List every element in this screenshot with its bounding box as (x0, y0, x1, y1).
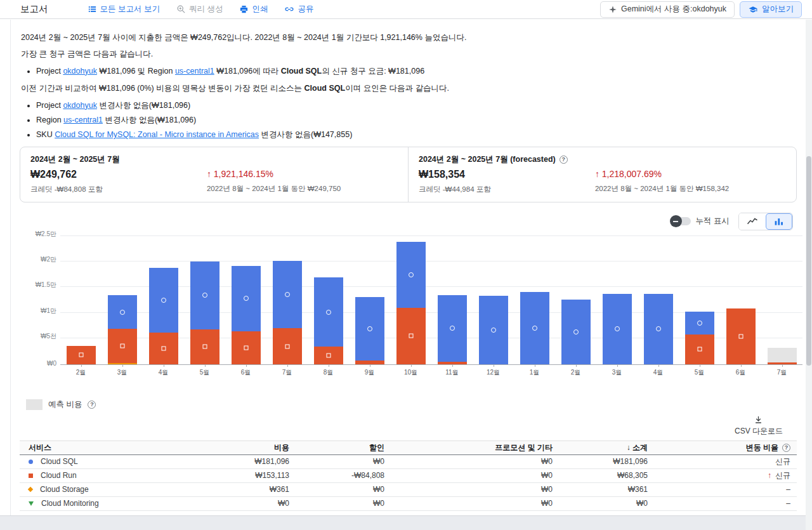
stacked-bar-10월[interactable] (396, 242, 426, 364)
circle-marker-icon (161, 298, 166, 303)
header-cost[interactable]: 비용 (188, 442, 289, 453)
stacked-bar-12월[interactable] (479, 296, 508, 364)
bar-segment-cloud-sql[interactable] (520, 292, 549, 364)
change-value: – (786, 485, 790, 494)
bar-segment-cloud-sql[interactable] (273, 261, 302, 328)
bar-segment-cloud-storage[interactable] (108, 363, 137, 364)
stacked-bar-7월[interactable] (273, 261, 302, 364)
bar-segment-cloud-sql[interactable] (685, 312, 714, 335)
stacked-bar-1월[interactable] (520, 292, 549, 364)
bar-segment-cloud-sql[interactable] (232, 266, 261, 331)
bar-segment-cloud-run[interactable] (314, 347, 343, 364)
vertical-scrollbar[interactable] (806, 20, 812, 530)
stacked-bar-3월[interactable] (603, 294, 632, 364)
generate-query-button: 쿼리 생성 (176, 4, 223, 15)
stacked-bar-5월[interactable] (190, 262, 219, 364)
header-change[interactable]: 변동 비율? (648, 442, 797, 453)
stacked-bar-5월[interactable] (685, 312, 714, 364)
bar-segment-예측-비용[interactable] (768, 348, 797, 362)
discount-cell: ₩0 (289, 457, 384, 466)
bar-segment-cloud-sql[interactable] (190, 262, 219, 329)
help-icon[interactable]: ? (560, 156, 568, 164)
stacked-bar-2월[interactable] (561, 300, 591, 364)
line-chart-button[interactable] (739, 213, 766, 230)
header-promo[interactable]: 프로모션 및 기타 (384, 442, 553, 453)
bar-segment-cloud-sql[interactable] (396, 242, 426, 307)
circle-marker-icon (409, 272, 414, 277)
bar-segment-cloud-run[interactable] (108, 329, 137, 363)
bar-segment-cloud-sql[interactable] (644, 294, 673, 364)
link-region-us-central1[interactable]: us-central1 (175, 67, 214, 76)
bar-segment-cloud-run[interactable] (149, 333, 178, 364)
x-axis-label: 3월 (612, 368, 622, 377)
print-button[interactable]: 인쇄 (239, 4, 268, 15)
summary-cards: 2024년 2월 ~ 2025년 7월 ₩249,762 크레딧 -₩84,80… (20, 147, 797, 202)
bar-segment-cloud-sql[interactable] (479, 296, 508, 364)
cost-cell: ₩181,096 (188, 457, 289, 466)
bar-segment-cloud-run[interactable] (726, 308, 756, 364)
stacked-bar-9월[interactable] (355, 297, 384, 364)
link-project-okdohyuk-2[interactable]: okdohyuk (63, 101, 97, 110)
share-button[interactable]: 공유 (284, 4, 313, 15)
bar-chart-button[interactable] (766, 213, 792, 230)
square-marker-icon (697, 347, 702, 352)
csv-download-button[interactable]: CSV 다운로드 (735, 415, 783, 437)
link-project-okdohyuk[interactable]: okdohyuk (63, 67, 97, 76)
stacked-bar-6월[interactable] (232, 266, 261, 364)
actual-amount: ₩249,762 (30, 169, 207, 180)
table-row-cloud-monitoring: Cloud Monitoring₩0₩0₩0₩0– (20, 497, 797, 511)
bar-segment-cloud-sql[interactable] (108, 295, 137, 329)
bar-segment-cloud-sql[interactable] (561, 300, 591, 364)
stacked-bar-8월[interactable] (314, 277, 343, 364)
bar-segment-cloud-sql[interactable] (314, 277, 343, 346)
link-region-us-central1-2[interactable]: us-central1 (63, 116, 103, 124)
bar-segment-cloud-run[interactable] (273, 328, 302, 364)
bar-segment-cloud-run[interactable] (232, 331, 261, 364)
stacked-display-toggle[interactable]: 누적 표시 (672, 216, 730, 227)
bar-segment-cloud-sql[interactable] (355, 297, 384, 360)
help-icon[interactable]: ? (782, 444, 790, 452)
stacked-bar-6월[interactable] (726, 308, 756, 364)
change-cell: 신규 (648, 456, 797, 467)
x-axis-label: 4월 (159, 368, 169, 377)
bar-segment-cloud-run[interactable] (355, 361, 384, 364)
toolbar: 보고서 모든 보고서 보기 쿼리 생성 인쇄 공유 Gemini에서 사용 중:… (0, 0, 812, 19)
help-icon[interactable]: ? (88, 401, 96, 409)
bar-segment-cloud-run[interactable] (768, 362, 797, 364)
x-axis-tick (411, 365, 412, 367)
scrollbar-thumb[interactable] (806, 156, 811, 366)
forecast-legend-label: 예측 비용 (48, 399, 82, 410)
service-name: Cloud Monitoring (41, 499, 99, 508)
service-name: Cloud Run (41, 471, 77, 480)
bar-segment-cloud-sql[interactable] (438, 295, 467, 362)
bar-segment-cloud-sql[interactable] (603, 294, 632, 364)
y-axis-tick-label: ₩1.5만 (21, 281, 56, 289)
view-all-reports-button[interactable]: 모든 보고서 보기 (88, 4, 160, 15)
x-axis-label: 9월 (365, 368, 375, 377)
header-discount[interactable]: 할인 (289, 442, 384, 453)
stacked-bar-2월[interactable] (67, 346, 96, 364)
bar-segment-cloud-run[interactable] (685, 335, 714, 364)
stacked-bar-7월[interactable] (768, 348, 797, 364)
cost-table: 서비스 비용 할인 프로모션 및 기타 ↓ 소계 변동 비율? Cloud SQ… (20, 441, 797, 511)
stacked-bar-4월[interactable] (149, 268, 178, 364)
stacked-bar-4월[interactable] (644, 294, 673, 364)
learn-more-button[interactable]: 알아보기 (740, 1, 802, 18)
bar-segment-cloud-run[interactable] (396, 308, 426, 364)
stacked-bar-3월[interactable] (108, 295, 137, 364)
header-service[interactable]: 서비스 (20, 442, 188, 453)
toggle-track[interactable] (672, 217, 691, 225)
x-axis-label: 1월 (530, 368, 540, 377)
bar-segment-cloud-sql[interactable] (149, 268, 178, 333)
stacked-bar-11월[interactable] (438, 295, 467, 364)
bar-segment-cloud-run[interactable] (67, 346, 96, 364)
promo-cell: ₩0 (384, 485, 553, 494)
bar-segment-cloud-run[interactable] (438, 362, 467, 364)
forecast-change-percent: ↑ 1,218,007.69% (595, 169, 729, 179)
link-sku-cloud-sql-mysql[interactable]: Cloud SQL for MySQL: Zonal - Micro insta… (55, 130, 259, 139)
bar-segment-cloud-run[interactable] (190, 329, 219, 364)
gemini-status-button[interactable]: Gemini에서 사용 중:okdohyuk (600, 1, 735, 18)
header-subtotal[interactable]: ↓ 소계 (553, 442, 648, 453)
service-cell: Cloud Storage (20, 485, 188, 494)
x-axis-tick (741, 365, 742, 367)
